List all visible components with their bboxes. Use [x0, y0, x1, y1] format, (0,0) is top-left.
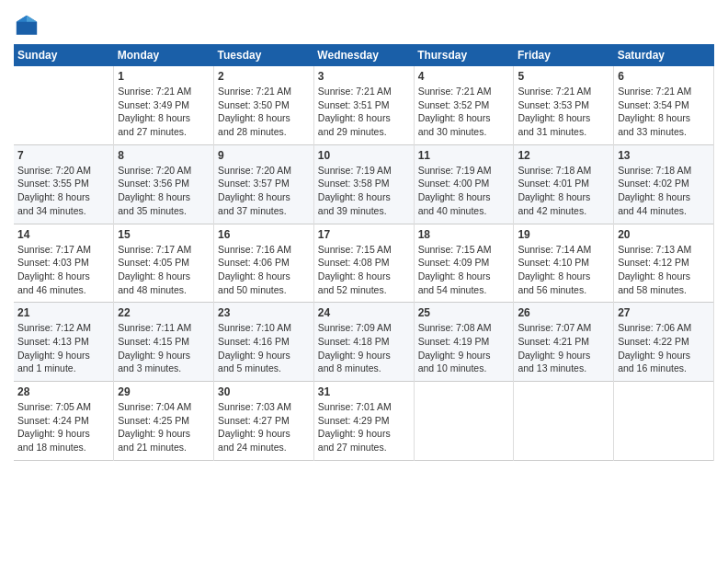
- day-info: Sunrise: 7:05 AM Sunset: 4:24 PM Dayligh…: [17, 400, 109, 454]
- weekday-friday: Friday: [514, 44, 614, 66]
- day-number: 29: [118, 385, 210, 398]
- weekday-sunday: Sunday: [14, 44, 114, 66]
- day-info: Sunrise: 7:21 AM Sunset: 3:53 PM Dayligh…: [518, 85, 609, 139]
- day-info: Sunrise: 7:14 AM Sunset: 4:10 PM Dayligh…: [518, 243, 609, 297]
- day-number: 6: [618, 70, 710, 83]
- day-info: Sunrise: 7:17 AM Sunset: 4:05 PM Dayligh…: [118, 243, 210, 297]
- calendar-cell: 9Sunrise: 7:20 AM Sunset: 3:57 PM Daylig…: [214, 144, 314, 224]
- day-info: Sunrise: 7:12 AM Sunset: 4:13 PM Dayligh…: [17, 321, 109, 375]
- day-number: 28: [17, 385, 109, 398]
- calendar-cell: 13Sunrise: 7:18 AM Sunset: 4:02 PM Dayli…: [614, 144, 714, 224]
- calendar-cell: 12Sunrise: 7:18 AM Sunset: 4:01 PM Dayli…: [514, 144, 614, 224]
- calendar-cell: 22Sunrise: 7:11 AM Sunset: 4:15 PM Dayli…: [114, 303, 214, 382]
- calendar-cell: 25Sunrise: 7:08 AM Sunset: 4:19 PM Dayli…: [414, 303, 514, 382]
- day-info: Sunrise: 7:20 AM Sunset: 3:57 PM Dayligh…: [218, 164, 310, 218]
- day-number: 4: [418, 70, 510, 83]
- day-info: Sunrise: 7:20 AM Sunset: 3:55 PM Dayligh…: [17, 164, 109, 218]
- day-number: 16: [218, 228, 310, 241]
- week-row-2: 7Sunrise: 7:20 AM Sunset: 3:55 PM Daylig…: [14, 144, 714, 224]
- day-info: Sunrise: 7:04 AM Sunset: 4:25 PM Dayligh…: [118, 400, 210, 454]
- day-info: Sunrise: 7:10 AM Sunset: 4:16 PM Dayligh…: [218, 321, 310, 375]
- day-info: Sunrise: 7:06 AM Sunset: 4:22 PM Dayligh…: [618, 321, 710, 375]
- day-number: 15: [118, 228, 210, 241]
- day-number: 18: [418, 228, 510, 241]
- calendar-cell: 31Sunrise: 7:01 AM Sunset: 4:29 PM Dayli…: [313, 382, 414, 461]
- weekday-saturday: Saturday: [614, 44, 714, 66]
- calendar-cell: 15Sunrise: 7:17 AM Sunset: 4:05 PM Dayli…: [114, 224, 214, 303]
- logo: [14, 13, 43, 39]
- day-number: 17: [318, 228, 410, 241]
- calendar-cell: 6Sunrise: 7:21 AM Sunset: 3:54 PM Daylig…: [614, 66, 714, 144]
- page-header: [14, 9, 714, 39]
- day-number: 2: [218, 70, 310, 83]
- day-info: Sunrise: 7:19 AM Sunset: 4:00 PM Dayligh…: [418, 164, 510, 218]
- calendar-cell: 8Sunrise: 7:20 AM Sunset: 3:56 PM Daylig…: [114, 144, 214, 224]
- day-number: 1: [118, 70, 210, 83]
- week-row-5: 28Sunrise: 7:05 AM Sunset: 4:24 PM Dayli…: [14, 382, 714, 461]
- day-number: 27: [618, 306, 710, 319]
- day-info: Sunrise: 7:01 AM Sunset: 4:29 PM Dayligh…: [318, 400, 410, 454]
- calendar-cell: 28Sunrise: 7:05 AM Sunset: 4:24 PM Dayli…: [14, 382, 114, 461]
- calendar-cell: [514, 382, 614, 461]
- day-number: 11: [418, 149, 510, 162]
- calendar-cell: 20Sunrise: 7:13 AM Sunset: 4:12 PM Dayli…: [614, 224, 714, 303]
- weekday-thursday: Thursday: [414, 44, 514, 66]
- day-number: 26: [518, 306, 609, 319]
- day-number: 13: [618, 149, 710, 162]
- calendar-cell: 3Sunrise: 7:21 AM Sunset: 3:51 PM Daylig…: [313, 66, 414, 144]
- logo-icon: [14, 13, 40, 39]
- day-number: 20: [618, 228, 710, 241]
- calendar-cell: 30Sunrise: 7:03 AM Sunset: 4:27 PM Dayli…: [214, 382, 314, 461]
- calendar-cell: 23Sunrise: 7:10 AM Sunset: 4:16 PM Dayli…: [214, 303, 314, 382]
- day-info: Sunrise: 7:21 AM Sunset: 3:49 PM Dayligh…: [118, 85, 210, 139]
- calendar-cell: 14Sunrise: 7:17 AM Sunset: 4:03 PM Dayli…: [14, 224, 114, 303]
- calendar-cell: [414, 382, 514, 461]
- calendar-cell: [14, 66, 114, 144]
- weekday-wednesday: Wednesday: [313, 44, 414, 66]
- day-number: 23: [218, 306, 310, 319]
- calendar-cell: 24Sunrise: 7:09 AM Sunset: 4:18 PM Dayli…: [313, 303, 414, 382]
- calendar-cell: 4Sunrise: 7:21 AM Sunset: 3:52 PM Daylig…: [414, 66, 514, 144]
- calendar-cell: 7Sunrise: 7:20 AM Sunset: 3:55 PM Daylig…: [14, 144, 114, 224]
- day-number: 30: [218, 385, 310, 398]
- day-info: Sunrise: 7:20 AM Sunset: 3:56 PM Dayligh…: [118, 164, 210, 218]
- calendar-cell: 2Sunrise: 7:21 AM Sunset: 3:50 PM Daylig…: [214, 66, 314, 144]
- day-info: Sunrise: 7:03 AM Sunset: 4:27 PM Dayligh…: [218, 400, 310, 454]
- day-number: 24: [318, 306, 410, 319]
- day-number: 31: [318, 385, 410, 398]
- day-info: Sunrise: 7:15 AM Sunset: 4:08 PM Dayligh…: [318, 243, 410, 297]
- day-info: Sunrise: 7:08 AM Sunset: 4:19 PM Dayligh…: [418, 321, 510, 375]
- day-info: Sunrise: 7:15 AM Sunset: 4:09 PM Dayligh…: [418, 243, 510, 297]
- week-row-4: 21Sunrise: 7:12 AM Sunset: 4:13 PM Dayli…: [14, 303, 714, 382]
- day-info: Sunrise: 7:21 AM Sunset: 3:51 PM Dayligh…: [318, 85, 410, 139]
- calendar-table: SundayMondayTuesdayWednesdayThursdayFrid…: [14, 44, 714, 461]
- calendar-cell: 27Sunrise: 7:06 AM Sunset: 4:22 PM Dayli…: [614, 303, 714, 382]
- weekday-monday: Monday: [114, 44, 214, 66]
- day-info: Sunrise: 7:18 AM Sunset: 4:01 PM Dayligh…: [518, 164, 609, 218]
- day-info: Sunrise: 7:13 AM Sunset: 4:12 PM Dayligh…: [618, 243, 710, 297]
- calendar-cell: 5Sunrise: 7:21 AM Sunset: 3:53 PM Daylig…: [514, 66, 614, 144]
- day-info: Sunrise: 7:21 AM Sunset: 3:50 PM Dayligh…: [218, 85, 310, 139]
- calendar-cell: 19Sunrise: 7:14 AM Sunset: 4:10 PM Dayli…: [514, 224, 614, 303]
- calendar-cell: 16Sunrise: 7:16 AM Sunset: 4:06 PM Dayli…: [214, 224, 314, 303]
- week-row-1: 1Sunrise: 7:21 AM Sunset: 3:49 PM Daylig…: [14, 66, 714, 144]
- day-number: 14: [17, 228, 109, 241]
- day-number: 3: [318, 70, 410, 83]
- calendar-cell: 11Sunrise: 7:19 AM Sunset: 4:00 PM Dayli…: [414, 144, 514, 224]
- day-info: Sunrise: 7:07 AM Sunset: 4:21 PM Dayligh…: [518, 321, 609, 375]
- day-number: 8: [118, 149, 210, 162]
- day-number: 21: [17, 306, 109, 319]
- day-number: 12: [518, 149, 609, 162]
- day-info: Sunrise: 7:09 AM Sunset: 4:18 PM Dayligh…: [318, 321, 410, 375]
- calendar-cell: [614, 382, 714, 461]
- day-info: Sunrise: 7:21 AM Sunset: 3:52 PM Dayligh…: [418, 85, 510, 139]
- day-info: Sunrise: 7:21 AM Sunset: 3:54 PM Dayligh…: [618, 85, 710, 139]
- week-row-3: 14Sunrise: 7:17 AM Sunset: 4:03 PM Dayli…: [14, 224, 714, 303]
- weekday-header-row: SundayMondayTuesdayWednesdayThursdayFrid…: [14, 44, 714, 66]
- day-number: 19: [518, 228, 609, 241]
- calendar-cell: 21Sunrise: 7:12 AM Sunset: 4:13 PM Dayli…: [14, 303, 114, 382]
- day-info: Sunrise: 7:16 AM Sunset: 4:06 PM Dayligh…: [218, 243, 310, 297]
- calendar-cell: 18Sunrise: 7:15 AM Sunset: 4:09 PM Dayli…: [414, 224, 514, 303]
- day-number: 9: [218, 149, 310, 162]
- day-info: Sunrise: 7:19 AM Sunset: 3:58 PM Dayligh…: [318, 164, 410, 218]
